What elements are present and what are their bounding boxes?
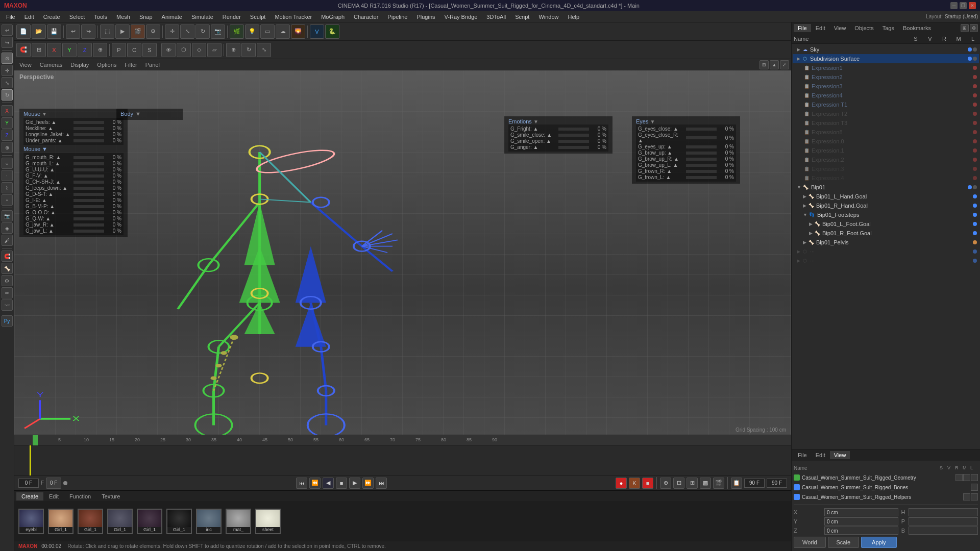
tool-move[interactable]: ✛ xyxy=(2,65,13,76)
tb-redo[interactable]: ↪ xyxy=(81,24,95,39)
attr-tab-view2[interactable]: View xyxy=(830,451,850,459)
tb-render-view[interactable]: 🎬 xyxy=(131,24,145,39)
tb-scale[interactable]: ⤡ xyxy=(180,24,194,39)
menu-plugins[interactable]: Plugins xyxy=(412,13,439,21)
rt-tab-file[interactable]: File xyxy=(794,24,811,32)
pb-play[interactable]: ▶ xyxy=(349,478,360,489)
tool-material[interactable]: ◈ xyxy=(2,222,13,234)
stb-display[interactable]: 👁 xyxy=(161,43,176,57)
scene-item-expr7[interactable]: 📋 Expression.2 xyxy=(793,155,979,164)
mat-tab-function[interactable]: Function xyxy=(64,492,96,500)
scene-item-bip01-rfoot[interactable]: ▶ 🦴 Bip01_R_Foot.Goal xyxy=(793,229,979,238)
vp-icon-3[interactable]: ⤢ xyxy=(780,60,789,69)
material-girl1-3[interactable]: Girl_1 xyxy=(107,509,133,534)
geom-tag3[interactable] xyxy=(971,474,978,481)
scene-item-exprt2[interactable]: 📋 Expression T2 xyxy=(793,109,979,118)
vp-icon-2[interactable]: ▲ xyxy=(770,60,779,69)
tool-paint[interactable]: 🖌 xyxy=(2,235,13,246)
stb-axis-y[interactable]: Y xyxy=(62,43,77,57)
menu-edit[interactable]: Edit xyxy=(20,13,38,21)
minimize-button[interactable]: ─ xyxy=(950,2,958,9)
menu-create[interactable]: Create xyxy=(39,13,64,21)
tb-light[interactable]: 💡 xyxy=(245,24,259,39)
vp-tab-view[interactable]: View xyxy=(16,61,35,68)
tool-snap[interactable]: 🧲 xyxy=(2,251,13,262)
tool-edge-mode[interactable]: ⌇ xyxy=(2,182,13,193)
stb-grid[interactable]: ⊞ xyxy=(32,43,46,57)
menu-select[interactable]: Select xyxy=(65,13,89,21)
tool-render[interactable]: 📷 xyxy=(2,210,13,221)
bones-tag1[interactable] xyxy=(971,484,978,491)
pb-step-fwd[interactable]: ⏩ xyxy=(362,478,374,489)
world-button[interactable]: World xyxy=(794,537,826,548)
tb-camera[interactable]: 📷 xyxy=(211,24,225,39)
scene-item-obj1[interactable]: ▶ ⬡ ··· xyxy=(793,247,979,256)
tool-y-axis[interactable]: Y xyxy=(2,117,13,129)
vp-tab-panel[interactable]: Panel xyxy=(142,61,163,68)
menu-3dtoall[interactable]: 3DToAll xyxy=(482,13,510,21)
tool-redo[interactable]: ↪ xyxy=(2,37,13,48)
scene-item-subdivision[interactable]: ▶ ⬡ Subdivision Surface xyxy=(793,54,979,63)
stb-coord[interactable]: ⊕ xyxy=(93,43,107,57)
pb-stop2[interactable]: ■ xyxy=(642,478,653,489)
stb-child[interactable]: C xyxy=(127,43,141,57)
fps-input[interactable] xyxy=(767,479,787,488)
scene-item-expr8[interactable]: 📋 Expression8 xyxy=(793,128,979,137)
tool-scale[interactable]: ⤡ xyxy=(2,77,13,88)
restore-button[interactable]: ❐ xyxy=(960,2,967,9)
tool-python[interactable]: Py xyxy=(2,315,13,327)
scene-item-bip01-footsteps[interactable]: ▼ 👣 Bip01_Footsteps xyxy=(793,210,979,219)
stb-iso[interactable]: ◇ xyxy=(192,43,206,57)
pb-motion-paths[interactable]: 🎬 xyxy=(713,478,724,489)
material-girl1-5[interactable]: Girl_1 xyxy=(166,509,192,534)
tool-z-axis[interactable]: Z xyxy=(2,130,13,141)
pb-stop[interactable]: ■ xyxy=(336,478,347,489)
tool-point-mode[interactable]: · xyxy=(2,170,13,181)
tb-floor[interactable]: ▭ xyxy=(260,24,275,39)
tool-all-axes[interactable]: ⊕ xyxy=(2,142,13,153)
stb-sibling[interactable]: S xyxy=(142,43,157,57)
scene-item-exprt3[interactable]: 📋 Expression T3 xyxy=(793,118,979,128)
current-frame-input[interactable] xyxy=(18,479,39,488)
material-girl1[interactable]: Girl_1 xyxy=(48,509,74,534)
coord-x-input[interactable] xyxy=(824,508,898,516)
end-frame-input[interactable] xyxy=(744,479,765,488)
pb-extra-1[interactable]: 📋 xyxy=(731,478,742,489)
pb-grid-3[interactable]: ⊞ xyxy=(687,478,698,489)
tb-environment[interactable]: 🌄 xyxy=(291,24,305,39)
menu-vray[interactable]: V-Ray Bridge xyxy=(440,13,482,21)
menu-character[interactable]: Character xyxy=(350,13,382,21)
material-mat[interactable]: mat_ xyxy=(226,509,251,534)
scene-item-bip01-pelvis[interactable]: ▶ 🦴 Bip01_Pelvis xyxy=(793,238,979,247)
coord-b-input[interactable] xyxy=(909,527,978,535)
coord-y-input[interactable] xyxy=(824,517,898,525)
vp-tab-cameras[interactable]: Cameras xyxy=(37,61,66,68)
rp-icon-2[interactable]: ⚙ xyxy=(970,24,978,32)
close-button[interactable]: ✕ xyxy=(969,2,976,9)
stb-axis-z[interactable]: Z xyxy=(78,43,92,57)
helpers-tag1[interactable] xyxy=(963,493,970,500)
rp-icon-1[interactable]: ⊞ xyxy=(961,24,969,32)
scene-item-obj2[interactable]: ▶ ⬡ ··· xyxy=(793,256,979,265)
tb-vray[interactable]: V xyxy=(310,24,324,39)
scene-item-expr6[interactable]: 📋 Expression.1 xyxy=(793,146,979,155)
mat-tab-create[interactable]: Create xyxy=(16,492,43,500)
rt-tab-view[interactable]: View xyxy=(830,24,850,32)
menu-window[interactable]: Window xyxy=(534,13,562,21)
tool-x-axis[interactable]: X xyxy=(2,105,13,116)
menu-sculpt[interactable]: Sculpt xyxy=(246,13,270,21)
coord-p-input[interactable] xyxy=(909,517,978,525)
material-eyebl[interactable]: eyebl xyxy=(18,509,44,534)
vp-tab-display[interactable]: Display xyxy=(67,61,92,68)
menu-simulate[interactable]: Simulate xyxy=(187,13,217,21)
material-sheet[interactable]: sheet xyxy=(255,509,281,534)
pb-grid-4[interactable]: ▩ xyxy=(700,478,711,489)
tb-python-logo[interactable]: 🐍 xyxy=(325,24,339,39)
menu-mograph[interactable]: MoGraph xyxy=(317,13,349,21)
menu-render[interactable]: Render xyxy=(218,13,245,21)
geom-tag2[interactable] xyxy=(963,474,970,481)
stb-s[interactable]: ⤡ xyxy=(257,43,271,57)
attr-obj-bones[interactable]: Casual_Women_Summer_Suit_Rigged_Bones xyxy=(794,483,978,492)
attr-tab-edit2[interactable]: Edit xyxy=(812,451,829,459)
menu-tools[interactable]: Tools xyxy=(90,13,111,21)
